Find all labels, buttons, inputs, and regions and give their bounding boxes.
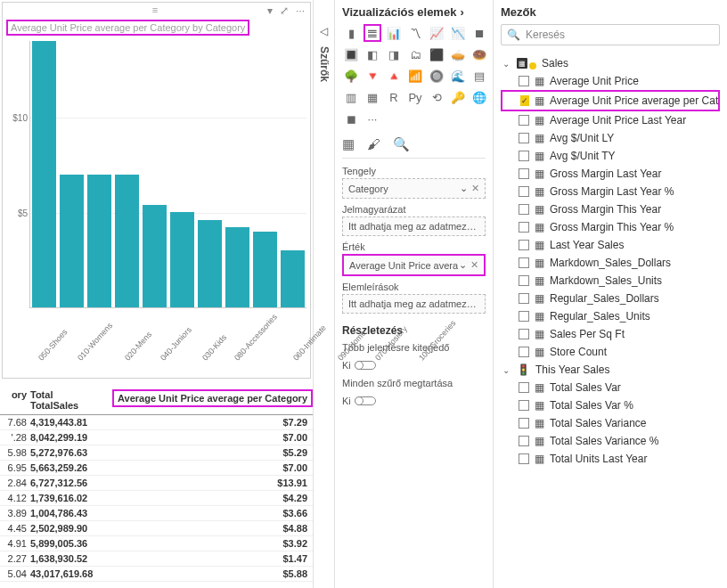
field-item[interactable]: ▦ Avg $/Unit TY — [501, 147, 720, 165]
more-options-icon[interactable]: ··· — [296, 4, 305, 17]
visual-type-icon[interactable]: 📶 — [406, 67, 424, 85]
collapse-icon[interactable]: ⌄ — [502, 365, 511, 375]
values-well[interactable]: Average Unit Price avera⌄✕ — [342, 254, 486, 276]
field-item[interactable]: ▦ Total Sales Variance % — [501, 432, 720, 450]
field-item[interactable]: ▦ Total Sales Var — [501, 379, 720, 396]
visual-type-icon[interactable]: R — [385, 88, 403, 106]
field-item[interactable]: ▦ Markdown_Sales_Units — [501, 272, 720, 290]
format-tab-icon[interactable]: 🖌 — [367, 136, 380, 152]
keep-filters-toggle[interactable]: Ki — [342, 396, 376, 406]
visual-type-icon[interactable]: 📉 — [449, 24, 467, 42]
table-row[interactable]: 7.68 4,319,443.81 $7.29 — [0, 415, 313, 430]
field-item[interactable]: ▦ Gross Margin Last Year — [501, 165, 720, 183]
field-checkbox[interactable] — [519, 382, 529, 393]
visual-type-icon[interactable]: ▤ — [470, 67, 488, 85]
visual-type-icon[interactable]: ··· — [364, 110, 381, 127]
table-row[interactable]: 3.89 1,004,786.43 $3.66 — [0, 506, 313, 521]
bar[interactable] — [225, 227, 249, 307]
bar[interactable] — [198, 220, 222, 307]
visual-type-icon[interactable]: 🌐 — [470, 88, 488, 106]
field-checkbox[interactable] — [519, 257, 529, 268]
visual-type-icon[interactable]: ▦ — [364, 88, 381, 106]
fields-search[interactable]: 🔍 Keresés — [501, 24, 720, 45]
field-checkbox[interactable] — [519, 133, 529, 143]
visual-type-icon[interactable]: 🔻 — [364, 67, 381, 85]
field-item[interactable]: ▦ Gross Margin This Year % — [501, 218, 720, 236]
field-checkbox[interactable] — [519, 436, 529, 446]
analytics-tab-icon[interactable]: 🔍 — [393, 136, 410, 152]
table-node[interactable]: ⌄ 🚦 This Year Sales — [501, 361, 720, 379]
field-checkbox[interactable] — [519, 204, 529, 215]
col-header-totalsales[interactable]: Total TotalSales — [30, 389, 112, 411]
bar[interactable] — [32, 41, 56, 307]
table-row[interactable]: 4.12 1,739,616.02 $4.29 — [0, 491, 313, 506]
table-row[interactable]: '.28 8,042,299.19 $7.00 — [0, 430, 313, 445]
bar[interactable] — [87, 175, 111, 308]
visual-type-icon[interactable]: 🍩 — [470, 45, 488, 63]
remove-field-icon[interactable]: ✕ — [471, 183, 479, 193]
table-row[interactable]: 2.27 1,638,930.52 $1.47 — [0, 551, 313, 567]
field-checkbox[interactable] — [519, 329, 529, 339]
field-item[interactable]: ▦ Last Year Sales — [501, 236, 720, 254]
field-checkbox[interactable] — [519, 168, 529, 179]
field-item[interactable]: ▦ Regular_Sales_Dollars — [501, 290, 720, 307]
axis-well[interactable]: Category⌄✕ — [342, 178, 486, 199]
field-item[interactable]: ▦ Sales Per Sq Ft — [501, 325, 720, 343]
field-checkbox[interactable] — [519, 240, 529, 250]
col-header-category[interactable]: ory — [0, 389, 30, 411]
field-item[interactable]: ▦ Avg $/Unit LY — [501, 129, 720, 147]
field-item[interactable]: ▦ Regular_Sales_Units — [501, 307, 720, 325]
visual-type-icon[interactable]: 𝌆 — [364, 24, 381, 42]
table-row[interactable]: 5.98 5,272,976.63 $5.29 — [0, 445, 313, 461]
table-row[interactable]: 4.45 2,502,989.90 $4.88 — [0, 521, 313, 536]
bar[interactable] — [143, 205, 167, 307]
visual-type-icon[interactable]: Py — [406, 88, 424, 106]
visual-type-icon[interactable]: 🌳 — [342, 67, 360, 85]
visual-type-icon[interactable]: 🔳 — [342, 45, 360, 63]
table-row[interactable]: 4.91 5,899,005.36 $3.92 — [0, 536, 313, 551]
field-item[interactable]: ▦ Gross Margin This Year — [501, 200, 720, 218]
remove-field-icon[interactable]: ✕ — [470, 259, 478, 270]
field-checkbox[interactable] — [519, 76, 529, 86]
field-checkbox[interactable] — [519, 293, 529, 304]
focus-mode-icon[interactable]: ⤢ — [280, 4, 289, 17]
visual-type-icon[interactable]: 🌊 — [449, 67, 467, 85]
field-item[interactable]: ✓ ▦ Average Unit Price average per Cate… — [501, 90, 720, 111]
table-row[interactable]: 6.95 5,663,259.26 $7.00 — [0, 461, 313, 476]
field-item[interactable]: ▦ Total Units Last Year — [501, 450, 720, 468]
bar[interactable] — [60, 175, 84, 308]
field-checkbox[interactable] — [519, 347, 529, 357]
field-item[interactable]: ▦ Store Count — [501, 343, 720, 361]
visual-type-icon[interactable]: ◧ — [364, 45, 381, 63]
visual-type-icon[interactable]: 🗂 — [406, 45, 424, 63]
bar[interactable] — [281, 250, 305, 307]
visual-type-icon[interactable]: ◨ — [385, 45, 403, 63]
chevron-down-icon[interactable]: ⌄ — [459, 259, 467, 270]
bar[interactable] — [170, 212, 194, 307]
legend-well[interactable]: Itt adhatja meg az adatmez… — [342, 216, 486, 236]
visual-type-icon[interactable]: 🔺 — [385, 67, 403, 85]
table-row[interactable]: 5.04 43,017,619.68 $5.88 — [0, 567, 313, 582]
visual-type-icon[interactable]: ⟲ — [428, 88, 445, 106]
table-node[interactable]: ⌄ ▦ Sales — [501, 54, 720, 72]
field-checkbox[interactable] — [519, 151, 529, 161]
visual-type-icon[interactable]: 〽 — [406, 24, 424, 42]
field-item[interactable]: ▦ Average Unit Price — [501, 72, 720, 90]
field-checkbox[interactable] — [519, 222, 529, 233]
field-checkbox[interactable] — [519, 400, 529, 411]
field-checkbox[interactable] — [519, 418, 529, 429]
chevron-down-icon[interactable]: ⌄ — [460, 183, 468, 193]
visual-type-icon[interactable]: ▮ — [342, 24, 360, 42]
field-checkbox[interactable]: ✓ — [520, 95, 529, 106]
field-item[interactable]: ▦ Average Unit Price Last Year — [501, 111, 720, 129]
visual-type-icon[interactable]: ⏹ — [470, 24, 488, 42]
visual-type-icon[interactable]: ▥ — [342, 88, 360, 106]
data-table[interactable]: ory Total TotalSales Average Unit Price … — [0, 386, 313, 588]
visual-type-icon[interactable]: ⬛ — [428, 45, 445, 63]
filters-pane-collapsed[interactable]: ◁ Szűrők — [314, 0, 335, 588]
field-checkbox[interactable] — [519, 311, 529, 322]
field-checkbox[interactable] — [519, 453, 529, 464]
drag-grip-icon[interactable]: ≡ — [152, 4, 160, 19]
field-item[interactable]: ▦ Total Sales Var % — [501, 396, 720, 414]
chevron-right-icon[interactable]: › — [460, 5, 463, 19]
